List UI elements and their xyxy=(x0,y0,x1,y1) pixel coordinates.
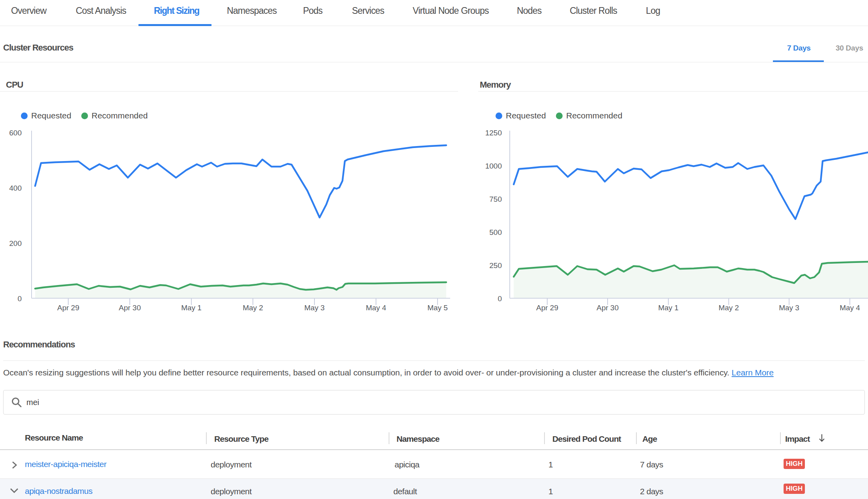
svg-text:May 3: May 3 xyxy=(779,304,799,312)
svg-text:0: 0 xyxy=(17,295,22,303)
svg-text:500: 500 xyxy=(489,228,502,236)
svg-text:Apr 30: Apr 30 xyxy=(119,304,141,312)
svg-text:600: 600 xyxy=(9,129,22,137)
svg-text:May 4: May 4 xyxy=(366,304,386,312)
svg-text:0: 0 xyxy=(498,295,502,303)
svg-text:May 1: May 1 xyxy=(181,304,202,312)
svg-text:May 4: May 4 xyxy=(840,304,860,312)
svg-text:1000: 1000 xyxy=(485,162,502,170)
svg-text:200: 200 xyxy=(9,239,22,248)
svg-text:Apr 29: Apr 29 xyxy=(57,304,79,312)
svg-text:Apr 30: Apr 30 xyxy=(597,304,619,312)
svg-text:May 2: May 2 xyxy=(243,304,263,312)
svg-text:May 2: May 2 xyxy=(718,304,739,312)
svg-text:May 5: May 5 xyxy=(427,304,448,312)
svg-text:750: 750 xyxy=(489,195,502,203)
svg-text:1250: 1250 xyxy=(485,129,502,137)
svg-text:May 1: May 1 xyxy=(658,304,679,312)
svg-text:May 3: May 3 xyxy=(304,304,325,312)
svg-text:Apr 29: Apr 29 xyxy=(536,304,558,312)
svg-text:400: 400 xyxy=(9,184,22,192)
svg-text:250: 250 xyxy=(489,261,502,270)
